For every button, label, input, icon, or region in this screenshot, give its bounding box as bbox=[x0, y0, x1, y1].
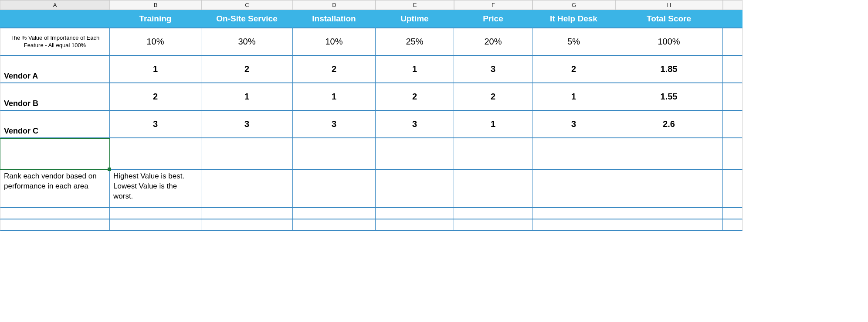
vendor-b-installation[interactable]: 1 bbox=[293, 83, 376, 111]
table-header-training[interactable]: Training bbox=[110, 10, 201, 28]
cell-I9[interactable] bbox=[723, 219, 743, 231]
cell-G8[interactable] bbox=[532, 208, 615, 219]
cell-D8[interactable] bbox=[293, 208, 376, 219]
vendor-b-price[interactable]: 2 bbox=[454, 83, 532, 111]
importance-price[interactable]: 20% bbox=[454, 28, 532, 56]
cell-F8[interactable] bbox=[454, 208, 532, 219]
vendor-a-label[interactable]: Vendor A bbox=[0, 56, 110, 83]
vendor-b-uptime[interactable]: 2 bbox=[376, 83, 454, 111]
vendor-a-training[interactable]: 1 bbox=[110, 56, 201, 83]
importance-installation[interactable]: 10% bbox=[293, 28, 376, 56]
cell-C9[interactable] bbox=[201, 219, 293, 231]
vendor-c-installation[interactable]: 3 bbox=[293, 111, 376, 138]
cell-I8[interactable] bbox=[723, 208, 743, 219]
importance-onsite[interactable]: 30% bbox=[201, 28, 293, 56]
col-header-D[interactable]: D bbox=[293, 0, 376, 10]
table-header-helpdesk[interactable]: It Help Desk bbox=[532, 10, 615, 28]
cell-D6[interactable] bbox=[293, 138, 376, 170]
cell-D7[interactable] bbox=[293, 170, 376, 208]
cell-E8[interactable] bbox=[376, 208, 454, 219]
table-header-extra[interactable] bbox=[723, 10, 743, 28]
cell-F9[interactable] bbox=[454, 219, 532, 231]
col-header-C[interactable]: C bbox=[201, 0, 293, 10]
vendor-a-price[interactable]: 3 bbox=[454, 56, 532, 83]
col-header-G[interactable]: G bbox=[532, 0, 615, 10]
vendor-b-extra[interactable] bbox=[723, 83, 743, 111]
importance-extra[interactable] bbox=[723, 28, 743, 56]
importance-helpdesk[interactable]: 5% bbox=[532, 28, 615, 56]
cell-I7[interactable] bbox=[723, 170, 743, 208]
cell-G9[interactable] bbox=[532, 219, 615, 231]
table-header-onsite[interactable]: On-Site Service bbox=[201, 10, 293, 28]
note-b-cell[interactable]: Highest Value is best. Lowest Value is t… bbox=[110, 170, 201, 208]
vendor-c-uptime[interactable]: 3 bbox=[376, 111, 454, 138]
col-header-extra[interactable] bbox=[723, 0, 743, 10]
cell-H9[interactable] bbox=[615, 219, 723, 231]
col-header-E[interactable]: E bbox=[376, 0, 454, 10]
col-header-B[interactable]: B bbox=[110, 0, 201, 10]
cell-F6[interactable] bbox=[454, 138, 532, 170]
vendor-a-helpdesk[interactable]: 2 bbox=[532, 56, 615, 83]
cell-A8[interactable] bbox=[0, 208, 110, 219]
cell-G7[interactable] bbox=[532, 170, 615, 208]
vendor-b-total[interactable]: 1.55 bbox=[615, 83, 723, 111]
cell-C8[interactable] bbox=[201, 208, 293, 219]
vendor-b-label[interactable]: Vendor B bbox=[0, 83, 110, 111]
cell-D9[interactable] bbox=[293, 219, 376, 231]
vendor-a-installation[interactable]: 2 bbox=[293, 56, 376, 83]
vendor-b-training[interactable]: 2 bbox=[110, 83, 201, 111]
cell-E7[interactable] bbox=[376, 170, 454, 208]
col-header-F[interactable]: F bbox=[454, 0, 532, 10]
vendor-c-training[interactable]: 3 bbox=[110, 111, 201, 138]
importance-label: The % Value of Importance of Each Featur… bbox=[4, 34, 106, 49]
importance-total[interactable]: 100% bbox=[615, 28, 723, 56]
table-header-uptime[interactable]: Uptime bbox=[376, 10, 454, 28]
cell-E6[interactable] bbox=[376, 138, 454, 170]
cell-H6[interactable] bbox=[615, 138, 723, 170]
importance-label-cell[interactable]: The % Value of Importance of Each Featur… bbox=[0, 28, 110, 56]
cell-H7[interactable] bbox=[615, 170, 723, 208]
table-header-price[interactable]: Price bbox=[454, 10, 532, 28]
col-header-A[interactable]: A bbox=[0, 0, 110, 10]
vendor-a-onsite[interactable]: 2 bbox=[201, 56, 293, 83]
vendor-a-total[interactable]: 1.85 bbox=[615, 56, 723, 83]
importance-training[interactable]: 10% bbox=[110, 28, 201, 56]
cell-B6[interactable] bbox=[110, 138, 201, 170]
vendor-a-uptime[interactable]: 1 bbox=[376, 56, 454, 83]
importance-uptime[interactable]: 25% bbox=[376, 28, 454, 56]
cell-B8[interactable] bbox=[110, 208, 201, 219]
vendor-c-total[interactable]: 2.6 bbox=[615, 111, 723, 138]
cell-F7[interactable] bbox=[454, 170, 532, 208]
table-header-total[interactable]: Total Score bbox=[615, 10, 723, 28]
table-header-blank[interactable] bbox=[0, 10, 110, 28]
cell-I6[interactable] bbox=[723, 138, 743, 170]
vendor-c-helpdesk[interactable]: 3 bbox=[532, 111, 615, 138]
note-a-cell[interactable]: Rank each vendor based on performance in… bbox=[0, 170, 110, 208]
cell-A6[interactable] bbox=[0, 138, 110, 170]
cell-A9[interactable] bbox=[0, 219, 110, 231]
cell-E9[interactable] bbox=[376, 219, 454, 231]
cell-H8[interactable] bbox=[615, 208, 723, 219]
vendor-c-onsite[interactable]: 3 bbox=[201, 111, 293, 138]
vendor-c-price[interactable]: 1 bbox=[454, 111, 532, 138]
cell-G6[interactable] bbox=[532, 138, 615, 170]
table-header-installation[interactable]: Installation bbox=[293, 10, 376, 28]
cell-C6[interactable] bbox=[201, 138, 293, 170]
cell-B9[interactable] bbox=[110, 219, 201, 231]
vendor-c-label[interactable]: Vendor C bbox=[0, 111, 110, 138]
cell-C7[interactable] bbox=[201, 170, 293, 208]
vendor-b-onsite[interactable]: 1 bbox=[201, 83, 293, 111]
spreadsheet-grid[interactable]: A B C D E F G H Training On-Site Service… bbox=[0, 0, 743, 231]
vendor-c-extra[interactable] bbox=[723, 111, 743, 138]
col-header-H[interactable]: H bbox=[615, 0, 723, 10]
vendor-b-helpdesk[interactable]: 1 bbox=[532, 83, 615, 111]
vendor-a-extra[interactable] bbox=[723, 56, 743, 83]
